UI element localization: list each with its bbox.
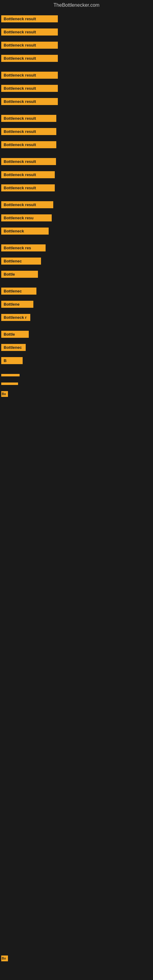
list-item[interactable]: Bottleneck r — [0, 312, 153, 323]
bottleneck-badge: Bottleneck result — [1, 201, 53, 208]
bottleneck-badge: Bottleneck result — [1, 128, 56, 135]
bottleneck-badge — [1, 382, 18, 385]
bottleneck-badge: Bottleneck result — [1, 85, 58, 92]
bottleneck-badge: B — [1, 357, 22, 364]
list-item[interactable]: Bottleneck result — [0, 169, 153, 181]
site-title: TheBottlenecker.com — [0, 0, 153, 10]
bottleneck-badge: Bottleneck — [1, 228, 49, 235]
bottleneck-badge: Bottleneck result — [1, 141, 56, 148]
bottleneck-badge-final: Bo — [1, 956, 8, 961]
bottleneck-badge: Bottleneck result — [1, 171, 55, 178]
bottleneck-badge: Bottleneck resu — [1, 215, 52, 221]
list-item[interactable]: Bottle — [0, 328, 153, 340]
list-item[interactable]: Bo — [0, 389, 153, 399]
bottleneck-badge: Bottleneck result — [1, 98, 58, 105]
list-item[interactable]: Bottlenec — [0, 255, 153, 267]
site-title-text: TheBottlenecker.com — [54, 2, 99, 8]
list-item[interactable]: Bottleneck resu — [0, 212, 153, 224]
list-item[interactable]: Bottleneck result — [0, 13, 153, 25]
list-item[interactable]: Bottleneck res — [0, 242, 153, 254]
bottleneck-badge: Bottleneck result — [1, 115, 56, 122]
list-item[interactable]: Bottleneck result — [0, 26, 153, 38]
list-item[interactable]: Bottle — [0, 268, 153, 280]
list-item[interactable]: Bottleneck result — [0, 139, 153, 151]
list-item[interactable]: B — [0, 355, 153, 367]
bottleneck-badge: Bottlenec — [1, 288, 37, 294]
bottleneck-badge: Bottlenec — [1, 258, 41, 265]
bottleneck-badge — [1, 374, 19, 376]
list-item[interactable]: Bottlenec — [0, 285, 153, 297]
list-item[interactable] — [0, 380, 153, 387]
list-item[interactable]: Bottleneck result — [0, 69, 153, 81]
bottleneck-badge: Bottleneck r — [1, 314, 30, 321]
bottleneck-badge: Bottle — [1, 271, 38, 278]
list-item[interactable]: Bottlene — [0, 298, 153, 310]
list-item[interactable]: Bottleneck result — [0, 39, 153, 51]
list-item[interactable]: Bottleneck result — [0, 83, 153, 94]
bottleneck-badge: Bottleneck result — [1, 158, 56, 165]
list-item[interactable]: Bottlenec — [0, 342, 153, 353]
bottleneck-badge: Bottleneck result — [1, 41, 58, 49]
list-item[interactable]: Bottleneck result — [0, 95, 153, 108]
bottleneck-badge: Bottleneck result — [1, 185, 55, 191]
list-item[interactable]: Bottleneck result — [0, 156, 153, 167]
bottleneck-badge: Bottlenec — [1, 344, 26, 351]
list-item[interactable]: Bottleneck result — [0, 126, 153, 137]
bottleneck-list: Bottleneck resultBottleneck resultBottle… — [0, 10, 153, 980]
bottleneck-badge: Bo — [1, 391, 8, 397]
list-item[interactable]: Bottleneck result — [0, 112, 153, 124]
bottleneck-badge: Bottleneck result — [1, 72, 58, 79]
list-item-final[interactable]: Bo — [0, 953, 153, 964]
bottleneck-badge: Bottlene — [1, 301, 33, 308]
bottleneck-badge: Bottleneck res — [1, 244, 46, 251]
bottleneck-badge: Bottleneck result — [1, 55, 58, 62]
bottleneck-badge: Bottle — [1, 331, 29, 338]
list-item[interactable] — [0, 371, 153, 379]
bottleneck-badge: Bottleneck result — [1, 15, 58, 22]
bottleneck-badge: Bottleneck result — [1, 29, 58, 35]
list-item[interactable]: Bottleneck — [0, 225, 153, 237]
list-item[interactable]: Bottleneck result — [0, 52, 153, 64]
list-item[interactable]: Bottleneck result — [0, 199, 153, 211]
list-item[interactable]: Bottleneck result — [0, 182, 153, 194]
